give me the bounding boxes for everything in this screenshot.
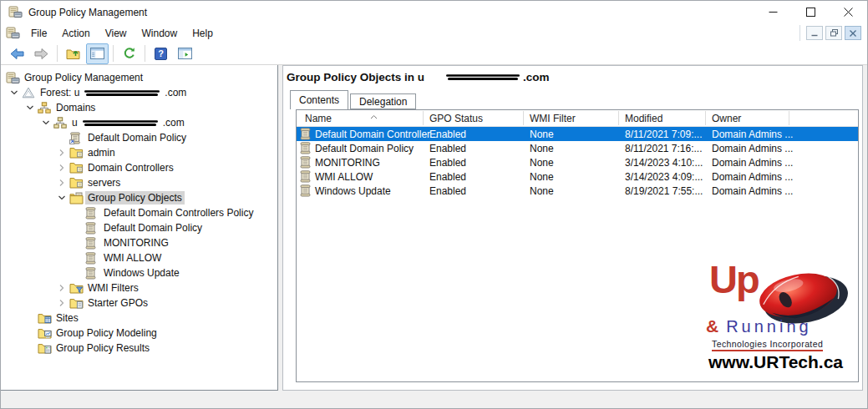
chevron-down-icon[interactable] — [38, 119, 53, 127]
chevron-down-icon[interactable] — [53, 194, 69, 202]
gpo-icon — [85, 222, 101, 235]
menu-action[interactable]: Action — [54, 25, 97, 42]
table-row-default-domain-controller[interactable]: Default Domain Controller...EnabledNone8… — [297, 127, 858, 141]
list-header: NameGPO StatusWMI FilterModifiedOwner — [297, 110, 858, 127]
console-tree-panel: Group Policy ManagementForest: u.comDoma… — [1, 65, 278, 391]
table-row-monitoring[interactable]: MONITORINGEnabledNone3/14/2023 4:10:...D… — [297, 155, 858, 169]
refresh-button[interactable] — [118, 43, 140, 64]
redaction-mark — [84, 88, 160, 98]
column-header-owner[interactable]: Owner — [712, 113, 741, 124]
column-divider[interactable] — [423, 111, 424, 125]
toolbar: ? — [1, 43, 867, 65]
domain-icon — [53, 117, 69, 129]
column-divider[interactable] — [523, 111, 524, 125]
mdi-minimize-button[interactable] — [806, 26, 823, 40]
tree-item-sites[interactable]: Sites — [1, 311, 277, 326]
toolbar-separator — [113, 45, 114, 62]
tree-item-windows-update[interactable]: Windows Update — [1, 265, 277, 280]
column-header-name[interactable]: Name — [305, 113, 332, 124]
watermark: Up & Running Technologies Incorporated w… — [706, 266, 850, 376]
cell-wmi-filter: None — [530, 143, 554, 154]
cell-wmi-filter: None — [530, 185, 554, 197]
chevron-right-icon[interactable] — [53, 284, 69, 292]
action-pane-button[interactable] — [174, 43, 196, 64]
column-header-gpo-status[interactable]: GPO Status — [429, 113, 483, 124]
cell-wmi-filter: None — [530, 129, 554, 140]
tree-item-label: Default Domain Policy — [101, 221, 205, 235]
help-button[interactable]: ? — [150, 43, 172, 64]
tree-item-default-domain-controllers-policy[interactable]: Default Domain Controllers Policy — [1, 205, 277, 220]
tree-item-group-policy-objects[interactable]: Group Policy Objects — [1, 190, 277, 205]
tree-item-admin[interactable]: admin — [1, 145, 277, 160]
tree-item-label: servers — [85, 176, 123, 189]
tree-item-forest-u[interactable]: Forest: u.com — [1, 85, 277, 100]
column-divider[interactable] — [705, 111, 706, 125]
forward-button[interactable] — [30, 43, 53, 64]
tree-item-u[interactable]: u.com — [1, 115, 277, 130]
tree-item-label: WMI Filters — [85, 281, 141, 295]
tree-item-default-domain-policy[interactable]: Default Domain Policy — [1, 130, 277, 145]
refresh-icon — [123, 47, 136, 60]
menu-help[interactable]: Help — [185, 25, 221, 42]
column-divider[interactable] — [618, 111, 619, 125]
tree-item-domains[interactable]: Domains — [1, 100, 277, 115]
cell-wmi-filter: None — [530, 171, 554, 183]
watermark-tagline: Technologies Incorporated — [712, 339, 823, 351]
mdi-close-button[interactable] — [845, 26, 861, 40]
cell-gpo-status: Enabled — [429, 143, 466, 154]
tree-item-label: Group Policy Results — [53, 341, 152, 355]
mdi-restore-button[interactable] — [825, 26, 842, 40]
chevron-right-icon[interactable] — [53, 164, 69, 172]
cell-modified: 8/11/2021 7:16:... — [625, 143, 703, 154]
watermark-url: www.URTech.ca — [708, 352, 843, 372]
close-button[interactable] — [830, 1, 867, 23]
sites-icon — [38, 312, 53, 324]
chevron-right-icon[interactable] — [53, 299, 69, 307]
cell-gpo-status: Enabled — [429, 171, 466, 183]
cell-owner: Domain Admins ... — [712, 185, 793, 197]
tree-item-group-policy-management[interactable]: Group Policy Management — [1, 70, 277, 85]
sort-ascending-icon — [370, 110, 378, 122]
tree-item-label: MONITORING — [101, 236, 171, 250]
tree-item-label: admin — [85, 146, 118, 159]
tree-item-servers[interactable]: servers — [1, 175, 277, 190]
tab-delegation[interactable]: Delegation — [350, 93, 416, 109]
tree-item-wmi-allow[interactable]: WMI ALLOW — [1, 250, 277, 265]
column-header-wmi-filter[interactable]: WMI Filter — [530, 113, 576, 124]
tree-item-label: Sites — [53, 311, 81, 325]
cell-modified: 3/14/2023 4:09:... — [625, 171, 703, 183]
tree-item-starter-gpos[interactable]: Starter GPOs — [1, 295, 277, 311]
tab-contents[interactable]: Contents — [290, 90, 348, 109]
up-level-button[interactable] — [62, 43, 84, 64]
chevron-down-icon[interactable] — [22, 104, 38, 112]
gpofolder-icon — [69, 192, 85, 204]
tree-item-monitoring[interactable]: MONITORING — [1, 235, 277, 250]
cell-name: Windows Update — [315, 185, 391, 197]
console-tree-button[interactable] — [86, 43, 109, 64]
maximize-button[interactable] — [792, 1, 830, 23]
column-header-modified[interactable]: Modified — [625, 113, 662, 124]
menu-file[interactable]: File — [23, 25, 54, 42]
tree-item-domain-controllers[interactable]: Domain Controllers — [1, 160, 277, 175]
menu-window[interactable]: Window — [135, 25, 185, 42]
tree-item-group-policy-modeling[interactable]: Group Policy Modeling — [1, 326, 277, 341]
chevron-right-icon[interactable] — [53, 149, 69, 157]
gpolink-icon — [69, 132, 85, 144]
table-row-wmi-allow[interactable]: WMI ALLOWEnabledNone3/14/2023 4:09:...Do… — [297, 169, 858, 184]
table-row-default-domain-policy[interactable]: Default Domain PolicyEnabledNone8/11/202… — [297, 141, 858, 155]
tree-item-label: Group Policy Modeling — [53, 326, 160, 340]
minimize-button[interactable] — [754, 1, 792, 23]
chevron-down-icon[interactable] — [6, 88, 22, 97]
back-button[interactable] — [6, 43, 28, 64]
tree-item-default-domain-policy[interactable]: Default Domain Policy — [1, 220, 277, 235]
tree-item-wmi-filters[interactable]: WMI Filters — [1, 280, 277, 295]
table-row-windows-update[interactable]: Windows UpdateEnabledNone8/19/2021 7:55:… — [297, 184, 858, 198]
watermark-running: Running — [726, 317, 812, 336]
chevron-right-icon[interactable] — [53, 179, 69, 187]
minimize-icon — [769, 8, 778, 17]
tree-item-group-policy-results[interactable]: Group Policy Results — [1, 341, 277, 356]
column-divider[interactable] — [789, 111, 789, 125]
domains-icon — [38, 102, 53, 114]
cell-name: Default Domain Controller... — [315, 129, 438, 140]
menu-view[interactable]: View — [98, 25, 135, 42]
